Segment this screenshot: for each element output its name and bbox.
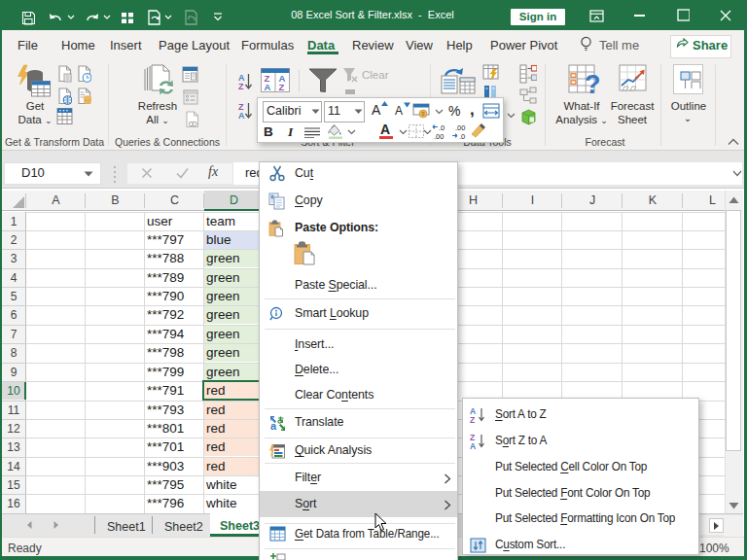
svg-text:.0: .0 [439, 123, 445, 132]
svg-text:a: a [270, 420, 277, 432]
svg-text:.0: .0 [459, 132, 465, 140]
svg-text:A: A [265, 82, 271, 92]
svg-text:.00: .00 [455, 123, 465, 132]
svg-text:Z: Z [238, 82, 244, 91]
svg-text:Z: Z [279, 82, 285, 92]
svg-text:Z: Z [470, 415, 475, 424]
svg-text:?: ? [585, 70, 601, 94]
svg-text:A: A [470, 441, 476, 450]
svg-text:A: A [238, 111, 245, 121]
svg-text:.00: .00 [434, 132, 444, 140]
